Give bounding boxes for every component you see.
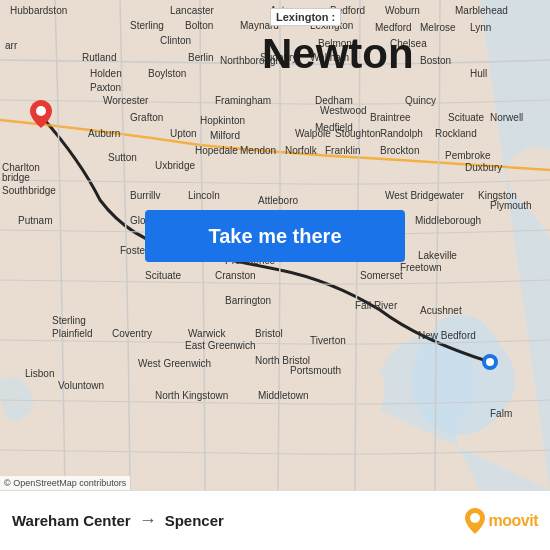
newton-city-label: Newton (262, 30, 414, 78)
lexington-label: Lexington : (270, 8, 341, 26)
svg-point-4 (470, 513, 480, 523)
route-from: Wareham Center (12, 512, 131, 529)
moovit-text: moovit (489, 512, 538, 530)
route-to: Spencer (165, 512, 224, 529)
take-me-there-button[interactable]: Take me there (145, 210, 405, 262)
moovit-pin-icon (465, 508, 485, 534)
map-container: HubbardstonLancasterActonBedfordWoburnMa… (0, 0, 550, 490)
svg-point-3 (486, 358, 494, 366)
bottom-bar: Wareham Center → Spencer moovit (0, 490, 550, 550)
map-attribution: © OpenStreetMap contributors (0, 476, 130, 490)
app: HubbardstonLancasterActonBedfordWoburnMa… (0, 0, 550, 550)
dest-pin (482, 354, 498, 370)
route-arrow: → (139, 510, 157, 531)
svg-point-1 (36, 106, 46, 116)
moovit-logo: moovit (465, 508, 538, 534)
